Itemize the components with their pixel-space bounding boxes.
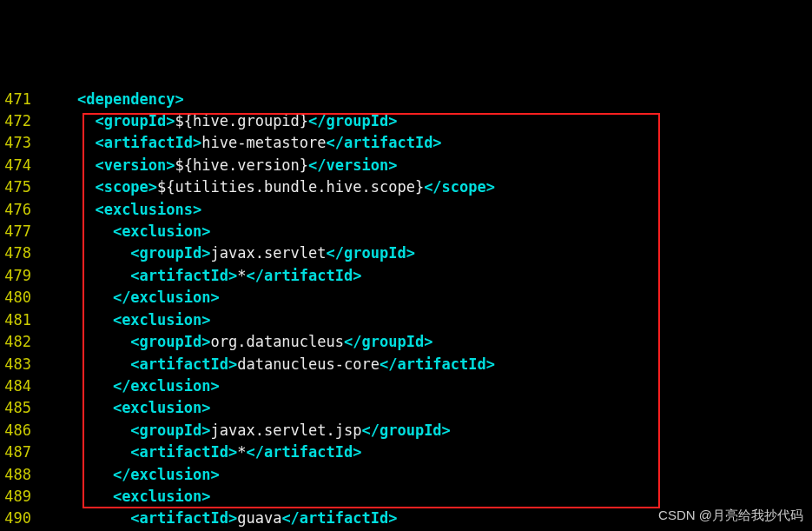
line-number: 473	[0, 132, 42, 154]
line-number: 483	[0, 354, 42, 375]
xml-text: *	[237, 267, 246, 284]
line-content[interactable]: <artifactId>hive-metastore</artifactId>	[42, 132, 442, 154]
xml-tag: </exclusion>	[113, 377, 220, 395]
line-content[interactable]: <groupId>${hive.groupid}</groupId>	[42, 110, 397, 132]
xml-tag: </groupId>	[308, 112, 397, 129]
xml-tag: <artifactId>	[130, 355, 237, 373]
code-line[interactable]: 477 <exclusion>	[0, 221, 812, 242]
line-content[interactable]: <artifactId>guava</artifactId>	[42, 508, 397, 529]
code-line[interactable]: 472 <groupId>${hive.groupid}</groupId>	[0, 110, 812, 132]
xml-tag: <exclusion>	[113, 399, 211, 416]
code-line[interactable]: 478 <groupId>javax.servlet</groupId>	[0, 242, 812, 264]
line-number: 479	[0, 265, 42, 287]
code-line[interactable]: 481 <exclusion>	[0, 309, 812, 331]
line-content[interactable]: <groupId>javax.servlet</groupId>	[42, 242, 415, 264]
xml-tag: </artifactId>	[380, 355, 495, 373]
code-line[interactable]: 471 <dependency>	[0, 89, 812, 110]
code-line[interactable]: 474 <version>${hive.version}</version>	[0, 155, 812, 176]
xml-tag: <scope>	[95, 178, 157, 196]
xml-text: javax.servlet	[210, 244, 326, 262]
xml-tag: <exclusions>	[95, 201, 201, 218]
code-line[interactable]: 484 </exclusion>	[0, 375, 812, 397]
line-content[interactable]: <artifactId>datanucleus-core</artifactId…	[42, 354, 495, 375]
xml-tag: <groupId>	[130, 333, 210, 350]
xml-tag: </scope>	[424, 178, 495, 196]
code-line[interactable]: 487 <artifactId>*</artifactId>	[0, 441, 812, 463]
line-content[interactable]: <scope>${utilities.bundle.hive.scope}</s…	[42, 176, 495, 198]
line-number: 476	[0, 199, 42, 221]
xml-tag: </exclusion>	[113, 466, 220, 483]
xml-tag: <dependency>	[77, 90, 184, 108]
xml-tag: <groupId>	[95, 112, 175, 129]
xml-tag: <version>	[95, 156, 175, 174]
xml-tag: <groupId>	[130, 244, 210, 262]
line-number: 489	[0, 486, 42, 508]
line-content[interactable]: <exclusion>	[42, 486, 210, 508]
xml-tag: </artifactId>	[246, 443, 361, 461]
line-content[interactable]: <exclusions>	[42, 199, 201, 221]
line-number: 482	[0, 331, 42, 353]
xml-text: javax.servlet.jsp	[210, 421, 361, 439]
line-content[interactable]: <exclusion>	[42, 221, 210, 242]
xml-tag: </version>	[308, 156, 397, 174]
code-line[interactable]: 482 <groupId>org.datanucleus</groupId>	[0, 331, 812, 353]
line-content[interactable]: </exclusion>	[42, 464, 220, 486]
xml-text: ${hive.groupid}	[175, 112, 309, 129]
code-line[interactable]: 483 <artifactId>datanucleus-core</artifa…	[0, 354, 812, 375]
xml-tag: <groupId>	[130, 421, 210, 439]
xml-text: *	[237, 443, 246, 461]
xml-tag: </artifactId>	[246, 267, 361, 284]
code-editor[interactable]: 471 <dependency>472 <groupId>${hive.grou…	[0, 89, 812, 531]
line-number: 474	[0, 155, 42, 176]
xml-text: guava	[237, 509, 281, 527]
line-number: 478	[0, 242, 42, 264]
xml-text: datanucleus-core	[237, 355, 380, 373]
xml-text: hive-metastore	[201, 134, 326, 151]
line-content[interactable]: </exclusion>	[42, 375, 220, 397]
line-number: 475	[0, 176, 42, 198]
xml-tag: <artifactId>	[130, 443, 237, 461]
line-content[interactable]: <exclusion>	[42, 309, 210, 331]
xml-text: org.datanucleus	[210, 333, 344, 350]
line-content[interactable]: <artifactId>*</artifactId>	[42, 265, 362, 287]
code-line[interactable]: 473 <artifactId>hive-metastore</artifact…	[0, 132, 812, 154]
code-line[interactable]: 480 </exclusion>	[0, 287, 812, 309]
code-line[interactable]: 475 <scope>${utilities.bundle.hive.scope…	[0, 176, 812, 198]
code-line[interactable]: 486 <groupId>javax.servlet.jsp</groupId>	[0, 420, 812, 441]
line-number: 490	[0, 508, 42, 529]
line-content[interactable]: <groupId>org.datanucleus</groupId>	[42, 331, 432, 353]
xml-tag: </artifactId>	[327, 134, 442, 151]
xml-tag: <artifactId>	[130, 509, 237, 527]
line-content[interactable]: <artifactId>*</artifactId>	[42, 441, 362, 463]
code-line[interactable]: 479 <artifactId>*</artifactId>	[0, 265, 812, 287]
line-number: 484	[0, 375, 42, 397]
line-content[interactable]: </exclusion>	[42, 287, 220, 309]
xml-tag: </exclusion>	[113, 289, 220, 306]
line-content[interactable]: <groupId>javax.servlet.jsp</groupId>	[42, 420, 451, 441]
line-number: 477	[0, 221, 42, 242]
line-number: 486	[0, 420, 42, 441]
xml-tag: <artifactId>	[130, 267, 237, 284]
xml-text: ${utilities.bundle.hive.scope}	[157, 178, 424, 196]
line-number: 472	[0, 110, 42, 132]
code-line[interactable]: 485 <exclusion>	[0, 397, 812, 419]
xml-text: ${hive.version}	[175, 156, 309, 174]
line-number: 487	[0, 441, 42, 463]
line-content[interactable]: <version>${hive.version}</version>	[42, 155, 397, 176]
xml-tag: <artifactId>	[95, 134, 201, 151]
xml-tag: </groupId>	[361, 421, 450, 439]
code-line[interactable]: 476 <exclusions>	[0, 199, 812, 221]
xml-tag: <exclusion>	[113, 222, 211, 240]
line-number: 485	[0, 397, 42, 419]
line-number: 488	[0, 464, 42, 486]
line-number: 480	[0, 287, 42, 309]
xml-tag: </groupId>	[327, 244, 415, 262]
xml-tag: </groupId>	[344, 333, 432, 350]
xml-tag: <exclusion>	[113, 311, 211, 329]
xml-tag: </artifactId>	[281, 509, 397, 527]
line-content[interactable]: <exclusion>	[42, 397, 210, 419]
xml-tag: <exclusion>	[113, 488, 211, 505]
code-line[interactable]: 488 </exclusion>	[0, 464, 812, 486]
line-content[interactable]: <dependency>	[42, 89, 184, 110]
line-number: 471	[0, 89, 42, 110]
